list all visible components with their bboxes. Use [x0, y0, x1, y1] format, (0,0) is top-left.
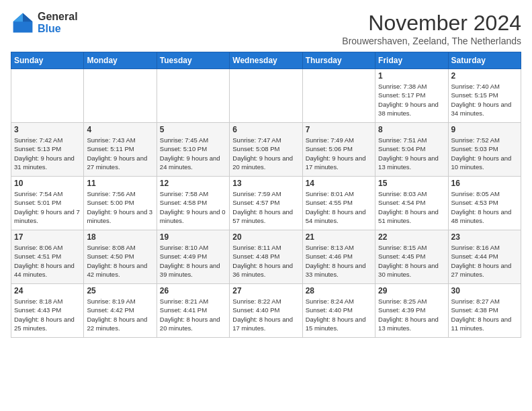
page-header: General Blue November 2024 Brouwershaven…	[11, 11, 521, 46]
cell-info: Sunrise: 8:27 AM Sunset: 4:38 PM Dayligh…	[451, 297, 518, 332]
calendar-cell: 20Sunrise: 8:11 AM Sunset: 4:48 PM Dayli…	[230, 230, 302, 284]
day-header-wednesday: Wednesday	[230, 52, 302, 69]
cell-day-number: 18	[87, 232, 153, 242]
logo-icon	[11, 11, 35, 35]
calendar-cell: 6Sunrise: 7:47 AM Sunset: 5:08 PM Daylig…	[230, 123, 302, 177]
cell-day-number: 13	[232, 179, 299, 188]
calendar-cell: 2Sunrise: 7:40 AM Sunset: 5:15 PM Daylig…	[448, 69, 521, 123]
calendar-cell: 10Sunrise: 7:54 AM Sunset: 5:01 PM Dayli…	[11, 177, 84, 230]
cell-day-number: 10	[14, 179, 81, 188]
day-header-tuesday: Tuesday	[157, 52, 229, 69]
day-header-monday: Monday	[84, 52, 157, 69]
cell-day-number: 4	[87, 125, 153, 134]
cell-info: Sunrise: 7:40 AM Sunset: 5:15 PM Dayligh…	[451, 82, 518, 118]
day-header-thursday: Thursday	[302, 52, 375, 69]
cell-day-number: 27	[232, 286, 299, 295]
cell-day-number: 12	[160, 179, 226, 188]
cell-day-number: 11	[87, 179, 153, 188]
cell-day-number: 17	[14, 232, 81, 242]
cell-info: Sunrise: 8:19 AM Sunset: 4:42 PM Dayligh…	[87, 297, 153, 332]
calendar-cell: 24Sunrise: 8:18 AM Sunset: 4:43 PM Dayli…	[11, 284, 84, 338]
cell-info: Sunrise: 8:21 AM Sunset: 4:41 PM Dayligh…	[160, 297, 226, 332]
cell-day-number: 16	[451, 179, 518, 188]
month-title: November 2024	[342, 11, 521, 36]
cell-info: Sunrise: 8:01 AM Sunset: 4:55 PM Dayligh…	[306, 189, 372, 225]
calendar-cell: 26Sunrise: 8:21 AM Sunset: 4:41 PM Dayli…	[157, 284, 229, 338]
cell-day-number: 2	[451, 71, 518, 81]
cell-day-number: 20	[232, 232, 299, 242]
calendar-cell	[11, 69, 84, 123]
location-subtitle: Brouwershaven, Zeeland, The Netherlands	[342, 36, 521, 46]
cell-info: Sunrise: 8:18 AM Sunset: 4:43 PM Dayligh…	[14, 297, 81, 332]
cell-day-number: 26	[160, 286, 226, 295]
cell-info: Sunrise: 8:13 AM Sunset: 4:46 PM Dayligh…	[306, 243, 372, 279]
calendar-cell: 13Sunrise: 7:59 AM Sunset: 4:57 PM Dayli…	[230, 177, 302, 230]
calendar-cell: 29Sunrise: 8:25 AM Sunset: 4:39 PM Dayli…	[375, 284, 448, 338]
calendar-cell: 16Sunrise: 8:05 AM Sunset: 4:53 PM Dayli…	[448, 177, 521, 230]
cell-day-number: 1	[378, 71, 445, 81]
calendar-cell: 14Sunrise: 8:01 AM Sunset: 4:55 PM Dayli…	[302, 177, 375, 230]
cell-day-number: 14	[306, 179, 372, 188]
calendar-cell: 11Sunrise: 7:56 AM Sunset: 5:00 PM Dayli…	[84, 177, 157, 230]
cell-info: Sunrise: 7:56 AM Sunset: 5:00 PM Dayligh…	[87, 189, 153, 225]
cell-info: Sunrise: 8:06 AM Sunset: 4:51 PM Dayligh…	[14, 243, 81, 279]
cell-info: Sunrise: 7:42 AM Sunset: 5:13 PM Dayligh…	[14, 136, 81, 171]
cell-info: Sunrise: 8:03 AM Sunset: 4:54 PM Dayligh…	[378, 189, 445, 225]
day-header-sunday: Sunday	[11, 52, 84, 69]
cell-day-number: 29	[378, 286, 445, 295]
day-header-saturday: Saturday	[448, 52, 521, 69]
calendar-cell	[84, 69, 157, 123]
cell-day-number: 5	[160, 125, 226, 134]
calendar-cell: 27Sunrise: 8:22 AM Sunset: 4:40 PM Dayli…	[230, 284, 302, 338]
calendar-table: SundayMondayTuesdayWednesdayThursdayFrid…	[11, 52, 521, 338]
cell-info: Sunrise: 8:08 AM Sunset: 4:50 PM Dayligh…	[87, 243, 153, 279]
cell-info: Sunrise: 7:59 AM Sunset: 4:57 PM Dayligh…	[232, 189, 299, 225]
cell-day-number: 15	[378, 179, 445, 188]
calendar-cell: 7Sunrise: 7:49 AM Sunset: 5:06 PM Daylig…	[302, 123, 375, 177]
calendar-cell: 18Sunrise: 8:08 AM Sunset: 4:50 PM Dayli…	[84, 230, 157, 284]
cell-day-number: 25	[87, 286, 153, 295]
cell-info: Sunrise: 7:58 AM Sunset: 4:58 PM Dayligh…	[160, 189, 226, 225]
cell-info: Sunrise: 7:49 AM Sunset: 5:06 PM Dayligh…	[306, 136, 372, 171]
cell-day-number: 21	[306, 232, 372, 242]
cell-info: Sunrise: 8:11 AM Sunset: 4:48 PM Dayligh…	[232, 243, 299, 279]
calendar-cell: 17Sunrise: 8:06 AM Sunset: 4:51 PM Dayli…	[11, 230, 84, 284]
logo-text: General Blue	[38, 11, 78, 35]
cell-day-number: 19	[160, 232, 226, 242]
cell-info: Sunrise: 7:54 AM Sunset: 5:01 PM Dayligh…	[14, 189, 81, 225]
cell-info: Sunrise: 7:45 AM Sunset: 5:10 PM Dayligh…	[160, 136, 226, 171]
svg-marker-2	[13, 13, 23, 22]
cell-day-number: 9	[451, 125, 518, 134]
cell-info: Sunrise: 8:24 AM Sunset: 4:40 PM Dayligh…	[306, 297, 372, 332]
calendar-cell: 1Sunrise: 7:38 AM Sunset: 5:17 PM Daylig…	[375, 69, 448, 123]
calendar-cell: 8Sunrise: 7:51 AM Sunset: 5:04 PM Daylig…	[375, 123, 448, 177]
cell-info: Sunrise: 8:15 AM Sunset: 4:45 PM Dayligh…	[378, 243, 445, 279]
cell-info: Sunrise: 7:38 AM Sunset: 5:17 PM Dayligh…	[378, 82, 445, 118]
cell-day-number: 3	[14, 125, 81, 134]
cell-info: Sunrise: 8:10 AM Sunset: 4:49 PM Dayligh…	[160, 243, 226, 279]
cell-day-number: 8	[378, 125, 445, 134]
cell-day-number: 23	[451, 232, 518, 242]
calendar-cell	[157, 69, 229, 123]
calendar-cell: 9Sunrise: 7:52 AM Sunset: 5:03 PM Daylig…	[448, 123, 521, 177]
logo: General Blue	[11, 11, 78, 35]
cell-info: Sunrise: 7:43 AM Sunset: 5:11 PM Dayligh…	[87, 136, 153, 171]
calendar-cell: 23Sunrise: 8:16 AM Sunset: 4:44 PM Dayli…	[448, 230, 521, 284]
calendar-cell: 15Sunrise: 8:03 AM Sunset: 4:54 PM Dayli…	[375, 177, 448, 230]
calendar-cell: 21Sunrise: 8:13 AM Sunset: 4:46 PM Dayli…	[302, 230, 375, 284]
cell-info: Sunrise: 7:47 AM Sunset: 5:08 PM Dayligh…	[232, 136, 299, 171]
svg-marker-1	[23, 13, 32, 22]
calendar-cell: 22Sunrise: 8:15 AM Sunset: 4:45 PM Dayli…	[375, 230, 448, 284]
calendar-cell: 28Sunrise: 8:24 AM Sunset: 4:40 PM Dayli…	[302, 284, 375, 338]
cell-info: Sunrise: 8:16 AM Sunset: 4:44 PM Dayligh…	[451, 243, 518, 279]
cell-info: Sunrise: 7:52 AM Sunset: 5:03 PM Dayligh…	[451, 136, 518, 171]
calendar-cell: 30Sunrise: 8:27 AM Sunset: 4:38 PM Dayli…	[448, 284, 521, 338]
calendar-cell: 12Sunrise: 7:58 AM Sunset: 4:58 PM Dayli…	[157, 177, 229, 230]
calendar-cell: 3Sunrise: 7:42 AM Sunset: 5:13 PM Daylig…	[11, 123, 84, 177]
cell-info: Sunrise: 8:22 AM Sunset: 4:40 PM Dayligh…	[232, 297, 299, 332]
calendar-cell	[302, 69, 375, 123]
calendar-cell: 4Sunrise: 7:43 AM Sunset: 5:11 PM Daylig…	[84, 123, 157, 177]
cell-info: Sunrise: 8:25 AM Sunset: 4:39 PM Dayligh…	[378, 297, 445, 332]
cell-day-number: 24	[14, 286, 81, 295]
calendar-cell: 5Sunrise: 7:45 AM Sunset: 5:10 PM Daylig…	[157, 123, 229, 177]
